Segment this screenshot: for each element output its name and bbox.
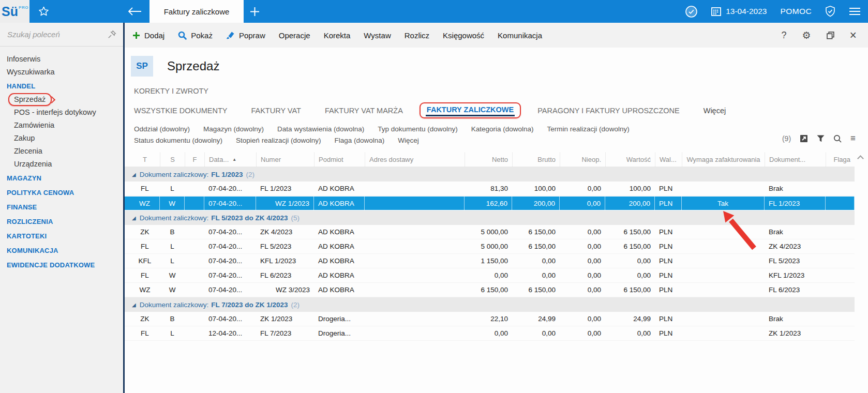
- sidebar-item-label: Zakup: [14, 134, 35, 142]
- sidebar-item-handel[interactable]: HANDEL: [0, 80, 123, 93]
- column-header-wartosc[interactable]: Wartość: [605, 153, 655, 167]
- table-row[interactable]: WZW07-04-20...WZ 3/2023AD KOBRA6 150,006…: [125, 283, 855, 297]
- table-row[interactable]: ZKB07-04-20...ZK 4/2023AD KOBRA5 000,006…: [125, 225, 855, 239]
- restore-icon[interactable]: [827, 32, 834, 39]
- sidebar-item-komunikacja[interactable]: KOMUNIKACJA: [0, 244, 123, 258]
- filter-kategoria-dowolna[interactable]: Kategoria (dowolna): [471, 125, 534, 133]
- hamburger-menu-icon[interactable]: [849, 7, 861, 16]
- toolbar-button-operacje[interactable]: Operacje: [272, 23, 317, 48]
- column-header-podmiot[interactable]: Podmiot: [314, 153, 365, 167]
- filter-status-dokumentu-dowolny[interactable]: Status dokumentu (dowolny): [134, 137, 222, 144]
- cell-data: 07-04-20...: [204, 196, 256, 210]
- window-tab[interactable]: Faktury zaliczkowe: [149, 0, 244, 23]
- pin-icon[interactable]: [108, 30, 116, 41]
- shield-check-icon[interactable]: [825, 6, 835, 17]
- filter-flaga-dowolna[interactable]: Flaga (dowolna): [334, 137, 384, 144]
- toolbar-button-księgowość[interactable]: Księgowość: [436, 23, 491, 48]
- cell-numer: WZ 3/2023: [256, 283, 314, 297]
- sidebar-item-sprzedaż[interactable]: Sprzedaż: [0, 93, 123, 106]
- toolbar-button-komunikacja[interactable]: Komunikacja: [491, 23, 549, 48]
- scrollbar-up-arrow[interactable]: [857, 155, 863, 161]
- tab-faktury-vat-marża[interactable]: FAKTURY VAT MARŻA: [325, 107, 403, 115]
- topbar-right-cluster: 13-04-2023 POMOC: [685, 0, 861, 23]
- column-header-brutto[interactable]: Brutto: [512, 153, 560, 167]
- column-header-t[interactable]: T: [130, 153, 160, 167]
- sidebar-item-ewidencje-dodatkowe[interactable]: EWIDENCJE DODATKOWE: [0, 259, 123, 272]
- filter-termin-realizacji-dowolny[interactable]: Termin realizacji (dowolny): [547, 125, 630, 133]
- help-menu[interactable]: POMOC: [780, 7, 812, 16]
- toolbar-button-dodaj[interactable]: Dodaj: [126, 23, 171, 48]
- column-header-dokument[interactable]: Dokument...: [765, 153, 826, 167]
- filter-więcej[interactable]: Więcej: [398, 137, 419, 144]
- table-row[interactable]: WZW07-04-20...WZ 1/2023AD KOBRA162,60200…: [125, 196, 855, 210]
- group-row[interactable]: ◢Dokument zaliczkowy:FL 1/2023(2): [125, 167, 855, 182]
- new-tab-plus-icon[interactable]: [250, 0, 260, 23]
- column-header-wymaga[interactable]: Wymaga zafakturowania: [682, 153, 765, 167]
- column-header-f[interactable]: F: [185, 153, 204, 167]
- sidebar-item-finanse[interactable]: FINANSE: [0, 201, 123, 214]
- tab-korekty-i-zwroty[interactable]: KOREKTY I ZWROTY: [134, 87, 208, 95]
- list-icon[interactable]: ≡: [850, 133, 856, 144]
- table-row[interactable]: ZKB07-04-20...ZK 1/2023Drogeria...22,102…: [125, 312, 855, 326]
- sidebar-item-zlecenia[interactable]: Zlecenia: [0, 145, 123, 158]
- sidebar-item-zakup[interactable]: Zakup: [0, 132, 123, 145]
- toolbar-button-wystaw[interactable]: Wystaw: [357, 23, 397, 48]
- table-row[interactable]: FLW07-04-20...FL 6/2023AD KOBRA0,000,000…: [125, 268, 855, 283]
- table-row[interactable]: FLL12-04-20...FL 7/2023Drogeria...0,000,…: [125, 326, 855, 341]
- tab-paragony-i-faktury-uproszczone[interactable]: PARAGONY I FAKTURY UPROSZCZONE: [537, 107, 679, 115]
- tab-więcej[interactable]: Więcej: [704, 107, 726, 115]
- favorites-star-icon[interactable]: [38, 0, 49, 23]
- settings-icon[interactable]: ⚙: [802, 29, 811, 41]
- column-header-netto[interactable]: Netto: [465, 153, 512, 167]
- column-header-s[interactable]: S: [160, 153, 185, 167]
- column-header-data[interactable]: Data...▲: [204, 153, 256, 167]
- toolbar-button-korekta[interactable]: Korekta: [317, 23, 357, 48]
- column-header-adres[interactable]: Adres dostawy: [365, 153, 465, 167]
- sync-check-circle-icon[interactable]: [685, 5, 698, 18]
- table-row[interactable]: FLL07-04-20...FL 1/2023AD KOBRA81,30100,…: [125, 182, 855, 196]
- sidebar-item-magazyn[interactable]: MAGAZYN: [0, 172, 123, 185]
- filter-funnel-icon[interactable]: [817, 135, 825, 142]
- table-row[interactable]: KFLL07-04-20...KFL 1/2023AD KOBRA1 150,0…: [125, 254, 855, 268]
- toolbar-button-label: Dodaj: [144, 31, 164, 40]
- group-row[interactable]: ◢Dokument zaliczkowy:FL 7/2023 do ZK 1/2…: [125, 297, 855, 312]
- sidebar-item-label: KOMUNIKACJA: [7, 247, 58, 254]
- filter-typ-dokumentu-dowolny[interactable]: Typ dokumentu (dowolny): [378, 125, 458, 133]
- toolbar-button-pokaż[interactable]: Pokaż: [171, 23, 219, 48]
- column-header-numer[interactable]: Numer: [256, 153, 314, 167]
- tab-faktury-zaliczkowe[interactable]: FAKTURY ZALICZKOWE: [420, 102, 521, 118]
- search-input[interactable]: [6, 29, 100, 39]
- date-picker[interactable]: 13-04-2023: [711, 7, 767, 16]
- sidebar-item-kartoteki[interactable]: KARTOTEKI: [0, 230, 123, 243]
- sidebar-item-zamówienia[interactable]: Zamówienia: [0, 119, 123, 132]
- group-row[interactable]: ◢Dokument zaliczkowy:FL 5/2023 do ZK 4/2…: [125, 210, 855, 225]
- toolbar-button-rozlicz[interactable]: Rozlicz: [398, 23, 436, 48]
- sidebar-item-pos-interfejs-dotykowy[interactable]: POS - interfejs dotykowy: [0, 106, 123, 119]
- cell-adres: [365, 268, 465, 282]
- tab-wszystkie-dokumenty[interactable]: WSZYSTKIE DOKUMENTY: [134, 107, 227, 115]
- back-arrow-icon[interactable]: [128, 0, 142, 23]
- column-header-wal[interactable]: Wal...: [655, 153, 682, 167]
- filter-data-wystawienia-dowolna[interactable]: Data wystawienia (dowolna): [277, 125, 364, 133]
- table-row[interactable]: FLL07-04-20...FL 5/2023AD KOBRA5 000,006…: [125, 239, 855, 254]
- sidebar-item-infoserwis[interactable]: Infoserwis: [0, 53, 123, 66]
- sidebar-item-urządzenia[interactable]: Urządzenia: [0, 158, 123, 171]
- filter-stopień-realizacji-dowolny[interactable]: Stopień realizacji (dowolny): [236, 137, 321, 144]
- search-icon[interactable]: [833, 134, 842, 143]
- sidebar-item-polityka-cenowa[interactable]: POLITYKA CENOWA: [0, 186, 123, 200]
- tab-faktury-vat[interactable]: FAKTURY VAT: [251, 107, 301, 115]
- column-header-nieop[interactable]: Nieop.: [560, 153, 605, 167]
- filter-oddział-dowolny[interactable]: Oddział (dowolny): [134, 125, 190, 133]
- cell-t: KFL: [130, 254, 160, 268]
- cell-numer: WZ 1/2023: [256, 196, 314, 210]
- sidebar-item-rozliczenia[interactable]: ROZLICZENIA: [0, 215, 123, 229]
- toolbar-button-popraw[interactable]: Popraw: [219, 23, 272, 48]
- sidebar-item-wyszukiwarka[interactable]: Wyszukiwarka: [0, 66, 123, 79]
- help-icon[interactable]: ?: [782, 30, 787, 41]
- cell-data: 07-04-20...: [204, 312, 256, 326]
- filter-magazyn-dowolny[interactable]: Magazyn (dowolny): [203, 125, 264, 133]
- column-header-flaga[interactable]: Flaga: [826, 153, 855, 167]
- toolbar-button-label: Popraw: [239, 31, 265, 40]
- close-icon[interactable]: ×: [850, 30, 857, 40]
- export-icon[interactable]: [800, 134, 808, 143]
